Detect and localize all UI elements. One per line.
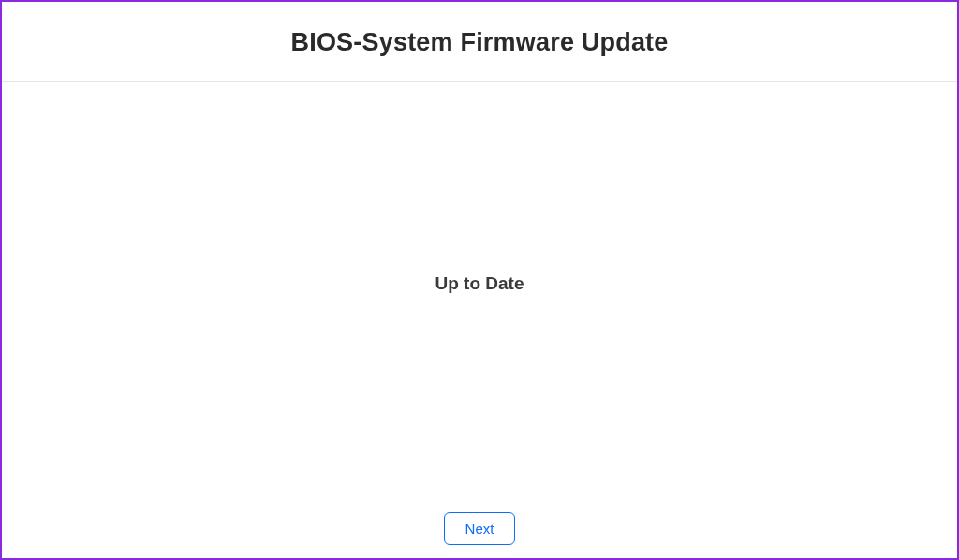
page-title: BIOS-System Firmware Update: [21, 28, 938, 57]
footer: Next: [2, 503, 957, 558]
main-container: BIOS-System Firmware Update Up to Date N…: [2, 2, 957, 558]
header: BIOS-System Firmware Update: [2, 2, 957, 82]
status-text: Up to Date: [435, 273, 524, 294]
content-area: Up to Date: [2, 82, 957, 503]
next-button[interactable]: Next: [444, 512, 516, 545]
